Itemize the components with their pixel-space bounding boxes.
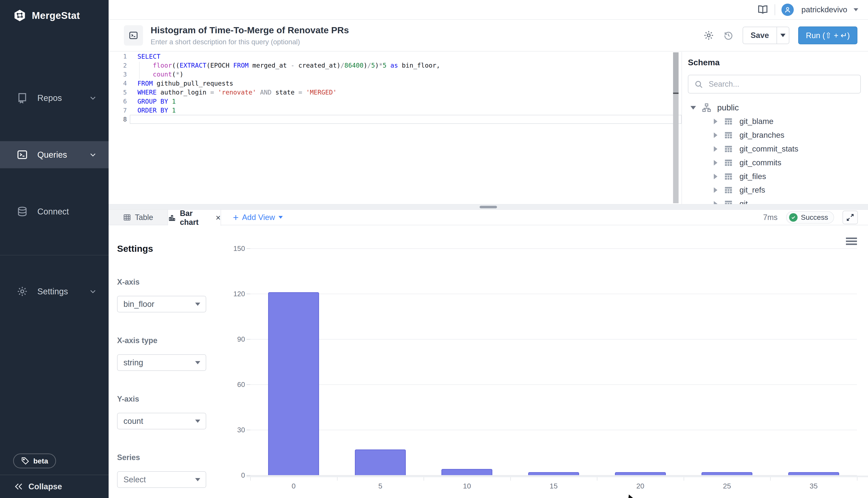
bar-0[interactable] [268, 292, 319, 475]
collapse-button[interactable]: Collapse [0, 475, 108, 498]
code-line[interactable]: 6GROUP BY 1 [108, 97, 681, 106]
query-description-input[interactable] [151, 38, 405, 46]
code-line[interactable]: 8 [108, 115, 681, 124]
caret-right-icon[interactable] [714, 119, 717, 124]
schema-table-row[interactable]: git_files [682, 170, 868, 183]
x-tick [424, 477, 424, 481]
run-button[interactable]: Run (⇧ + ↵) [798, 26, 857, 44]
line-content: GROUP BY 1 [130, 97, 681, 106]
avatar[interactable] [781, 4, 794, 16]
docs-book-icon[interactable] [757, 4, 768, 15]
sidebar-item-repos[interactable]: Repos [0, 84, 108, 111]
line-number: 4 [108, 80, 130, 87]
sidebar-item-settings[interactable]: Settings [0, 278, 108, 305]
status-badge: Success [786, 211, 834, 224]
editor-scrollbar-thumb[interactable] [673, 52, 679, 94]
y-tick-label: 120 [222, 290, 245, 298]
series-label: Series [117, 453, 221, 462]
line-number: 7 [108, 107, 130, 114]
line-content [130, 115, 681, 124]
y-tick-label: 150 [222, 245, 245, 253]
schema-table-label: git_blame [739, 117, 774, 126]
bar-20[interactable] [615, 472, 666, 475]
add-view-button[interactable]: + Add View [233, 210, 283, 225]
x-tick [857, 477, 857, 481]
chart-settings-panel: Settings X-axis bin_floor X-axis type st… [108, 225, 221, 498]
code-line[interactable]: 7ORDER BY 1 [108, 106, 681, 115]
bar-5[interactable] [355, 449, 406, 475]
x-axis-select[interactable]: bin_floor [117, 296, 206, 312]
bar-10[interactable] [442, 469, 492, 475]
splitter-drag-handle[interactable] [480, 206, 497, 208]
x-axis-type-select[interactable]: string [117, 354, 206, 371]
save-menu-caret[interactable] [777, 27, 789, 44]
sql-editor[interactable]: 1SELECT2 floor((EXTRACT(EPOCH FROM merge… [108, 52, 681, 204]
schema-table-row[interactable]: git_commit_stats [682, 142, 868, 156]
user-menu-caret-icon[interactable] [854, 8, 858, 11]
schema-table-label: git_commits [739, 158, 781, 167]
sidebar: MergeStat Repos Queries Connect Settings [0, 0, 108, 498]
schema-table-label: git_branches [739, 131, 784, 140]
code-line[interactable]: 3 count(*) [108, 70, 681, 79]
schema-table-row[interactable]: git_refs [682, 183, 868, 197]
gridline [250, 430, 857, 430]
caret-right-icon[interactable] [714, 187, 717, 193]
chart-menu-icon[interactable] [846, 238, 857, 245]
y-axis-value: count [124, 417, 143, 426]
y-tick [246, 384, 250, 385]
caret-right-icon[interactable] [714, 132, 717, 138]
close-icon[interactable]: × [216, 213, 221, 223]
query-title[interactable]: Histogram of Time-To-Merge of Renovate P… [151, 25, 405, 35]
results-pane: Table Bar chart × + Add View 7ms Success [108, 210, 868, 498]
schema-table-row[interactable]: git_blame [682, 115, 868, 128]
sidebar-item-connect[interactable]: Connect [0, 198, 108, 225]
editor-scrollbar[interactable] [673, 52, 679, 203]
line-number: 6 [108, 98, 130, 105]
query-settings-gear-icon[interactable] [703, 30, 714, 41]
caret-right-icon[interactable] [714, 201, 717, 204]
series-value: Select [124, 475, 146, 484]
query-history-icon[interactable] [723, 30, 734, 41]
y-tick-label: 0 [222, 471, 245, 479]
username[interactable]: patrickdevivo [801, 5, 847, 14]
expand-icon[interactable] [843, 211, 858, 224]
schema-table-row[interactable]: git_ [682, 197, 868, 204]
x-tick [337, 477, 337, 481]
caret-down-icon[interactable] [690, 106, 696, 109]
sidebar-item-queries[interactable]: Queries [0, 141, 108, 168]
bar-35[interactable] [788, 472, 839, 475]
schema-node-public[interactable]: public [682, 101, 868, 115]
tab-table[interactable]: Table [108, 210, 168, 225]
schema-table-row[interactable]: git_branches [682, 128, 868, 142]
code-line[interactable]: 4FROM github_pull_requests [108, 79, 681, 88]
bar-15[interactable] [528, 472, 579, 475]
caret-right-icon[interactable] [714, 160, 717, 166]
select-caret-icon [195, 361, 200, 364]
save-split-button: Save [743, 27, 789, 44]
schema-table-label: git_commit_stats [739, 145, 799, 154]
table-icon [724, 158, 733, 167]
line-number: 2 [108, 62, 130, 69]
caret-right-icon[interactable] [714, 146, 717, 152]
horizontal-splitter[interactable] [108, 204, 868, 210]
code-line[interactable]: 1SELECT [108, 52, 681, 61]
schema-table-row[interactable]: git_commits [682, 156, 868, 170]
topbar-divider [775, 4, 775, 15]
y-tick [246, 294, 250, 294]
series-select[interactable]: Select [117, 471, 206, 488]
save-button[interactable]: Save [743, 27, 777, 44]
line-content: FROM github_pull_requests [130, 79, 681, 88]
tab-bar-chart[interactable]: Bar chart × [168, 210, 221, 226]
caret-right-icon[interactable] [714, 174, 717, 179]
y-axis-select[interactable]: count [117, 413, 206, 429]
code-line[interactable]: 5WHERE author_login = 'renovate' AND sta… [108, 88, 681, 97]
mergestat-logo-icon [13, 9, 26, 22]
schema-title: Schema [688, 58, 868, 67]
x-axis-label: X-axis [117, 278, 221, 287]
bar-25[interactable] [701, 472, 752, 475]
code-line[interactable]: 2 floor((EXTRACT(EPOCH FROM merged_at - … [108, 61, 681, 70]
schema-search-input[interactable] [688, 75, 861, 93]
code-lines: 1SELECT2 floor((EXTRACT(EPOCH FROM merge… [108, 52, 681, 124]
repo-icon [16, 92, 28, 104]
add-view-caret-icon [279, 216, 283, 219]
